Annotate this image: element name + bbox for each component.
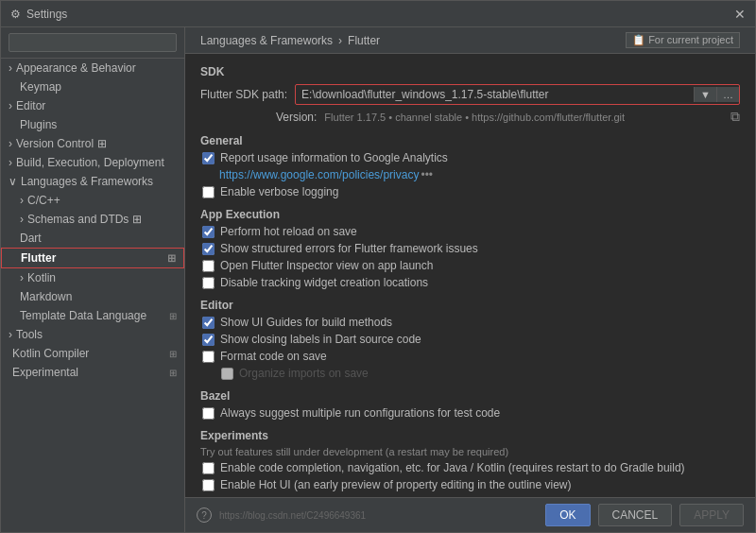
copy-icon[interactable]: ⧉	[730, 109, 740, 125]
sidebar-label: C/C++	[27, 194, 60, 207]
verbose-logging-checkbox[interactable]	[202, 186, 215, 198]
main-content: › Appearance & Behavior Keymap › Editor …	[1, 27, 755, 532]
code-completion-row: Enable code completion, navigation, etc.…	[200, 461, 740, 474]
sdk-path-wrapper: ▼ …	[295, 84, 740, 105]
main-panel: Languages & Frameworks › Flutter 📋 For c…	[185, 27, 755, 532]
add-icon: ⊞	[169, 311, 177, 321]
privacy-link[interactable]: https://www.google.com/policies/privacy	[219, 168, 419, 181]
sidebar-label: Template Data Language	[20, 309, 146, 322]
suggest-run-row: Always suggest multiple run configuratio…	[200, 406, 740, 420]
sidebar-label: Languages & Frameworks	[21, 175, 153, 188]
disable-tracking-checkbox[interactable]	[202, 277, 215, 289]
arrow-icon: ›	[20, 213, 24, 226]
sidebar-item-dart[interactable]: Dart	[1, 229, 184, 248]
sidebar-item-experimental[interactable]: Experimental ⊞	[1, 363, 184, 382]
sidebar-item-schemas[interactable]: › Schemas and DTDs ⊞	[1, 210, 184, 229]
cancel-button[interactable]: CANCEL	[598, 504, 673, 526]
editor-section-title: Editor	[200, 299, 740, 312]
disable-tracking-row: Disable tracking widget creation locatio…	[200, 276, 740, 289]
arrow-icon: ›	[9, 99, 12, 112]
version-row: Version: Flutter 1.17.5 • channel stable…	[200, 109, 740, 125]
sidebar-item-markdown[interactable]: Markdown	[1, 287, 184, 306]
sidebar-label: Schemas and DTDs	[27, 213, 129, 226]
project-tag-text: 📋 For current project	[632, 34, 733, 45]
sidebar-label: Flutter	[21, 251, 56, 265]
format-save-checkbox[interactable]	[202, 351, 215, 363]
closing-labels-label: Show closing labels in Dart source code	[220, 333, 421, 346]
experiments-section-title: Experiments	[200, 429, 740, 442]
report-usage-checkbox[interactable]	[202, 152, 215, 164]
experiments-description: Try out features still under development…	[200, 446, 740, 457]
add-icon: ⊞	[97, 137, 107, 150]
search-box	[1, 27, 184, 59]
title-bar-left: ⚙ Settings	[10, 8, 67, 21]
window-title: Settings	[26, 8, 67, 21]
sidebar-item-kotlin-compiler[interactable]: Kotlin Compiler ⊞	[1, 344, 184, 363]
close-button[interactable]: ✕	[734, 7, 746, 22]
suggest-run-checkbox[interactable]	[202, 407, 215, 420]
sidebar-label: Version Control	[16, 137, 94, 150]
hot-reload-label: Perform hot reload on save	[220, 225, 357, 238]
flutter-inspector-checkbox[interactable]	[202, 260, 215, 272]
ok-button[interactable]: OK	[545, 504, 590, 526]
sidebar-item-template[interactable]: Template Data Language ⊞	[1, 306, 184, 325]
project-tag: 📋 For current project	[626, 32, 740, 48]
sdk-dropdown-button[interactable]: ▼	[694, 87, 716, 102]
sidebar-item-cpp[interactable]: › C/C++	[1, 191, 184, 210]
structured-errors-row: Show structured errors for Flutter frame…	[200, 242, 740, 255]
add-icon: ⊞	[169, 368, 177, 378]
report-usage-row: Report usage information to Google Analy…	[200, 151, 740, 164]
sidebar-item-keymap[interactable]: Keymap	[1, 77, 184, 96]
search-input[interactable]	[9, 33, 177, 52]
format-save-label: Format code on save	[220, 350, 327, 363]
sidebar-item-editor[interactable]: › Editor	[1, 96, 184, 115]
add-icon: ⊞	[132, 213, 142, 226]
hot-ui-checkbox[interactable]	[202, 479, 215, 491]
sidebar-label: Tools	[16, 328, 43, 341]
sidebar-item-version-control[interactable]: › Version Control ⊞	[1, 134, 184, 153]
show-guides-label: Show UI Guides for build methods	[220, 316, 392, 329]
verbose-logging-label: Enable verbose logging	[220, 185, 338, 198]
sidebar-label: Experimental	[12, 366, 78, 379]
breadcrumb-current: Flutter	[348, 34, 380, 47]
organize-imports-label: Organize imports on save	[239, 367, 369, 380]
code-completion-checkbox[interactable]	[202, 462, 215, 474]
sidebar-item-tools[interactable]: › Tools	[1, 325, 184, 344]
sidebar-label: Editor	[16, 99, 45, 112]
sidebar-item-kotlin-sub[interactable]: › Kotlin	[1, 268, 184, 287]
sdk-browse-button[interactable]: …	[716, 87, 739, 102]
hot-reload-checkbox[interactable]	[202, 226, 215, 238]
structured-errors-checkbox[interactable]	[202, 243, 215, 255]
hot-ui-row: Enable Hot UI (an early preview of prope…	[200, 478, 740, 491]
arrow-icon: ›	[20, 271, 24, 284]
arrow-icon: ∨	[9, 175, 17, 188]
sdk-path-row: Flutter SDK path: ▼ …	[200, 84, 740, 105]
sidebar-label: Kotlin Compiler	[12, 347, 89, 360]
code-completion-label: Enable code completion, navigation, etc.…	[220, 461, 685, 474]
sidebar-item-plugins[interactable]: Plugins	[1, 115, 184, 134]
structured-errors-label: Show structured errors for Flutter frame…	[220, 242, 478, 255]
sdk-path-input[interactable]	[296, 85, 694, 104]
help-button[interactable]: ?	[197, 507, 212, 523]
bottom-url: https://blog.csdn.net/C2496649361	[219, 510, 366, 521]
sidebar-item-languages[interactable]: ∨ Languages & Frameworks	[1, 172, 184, 191]
sidebar-item-appearance[interactable]: › Appearance & Behavior	[1, 59, 184, 77]
sdk-section-title: SDK	[200, 65, 740, 78]
add-icon: ⊞	[167, 252, 176, 265]
title-bar: ⚙ Settings ✕	[1, 1, 755, 27]
hot-reload-row: Perform hot reload on save	[200, 225, 740, 238]
sidebar-label: Keymap	[20, 80, 61, 94]
link-dots: •••	[421, 168, 433, 181]
closing-labels-checkbox[interactable]	[202, 334, 215, 346]
show-guides-checkbox[interactable]	[202, 317, 215, 329]
sidebar-item-flutter[interactable]: Flutter ⊞	[1, 248, 184, 268]
sidebar-item-build[interactable]: › Build, Execution, Deployment	[1, 153, 184, 172]
verbose-logging-row: Enable verbose logging	[200, 185, 740, 198]
bazel-section-title: Bazel	[200, 389, 740, 403]
version-value: Flutter 1.17.5 • channel stable • https:…	[324, 112, 727, 123]
arrow-icon: ›	[20, 194, 24, 207]
arrow-icon: ›	[9, 137, 12, 150]
apply-button[interactable]: APPLY	[679, 504, 744, 526]
arrow-icon: ›	[9, 61, 12, 75]
organize-imports-checkbox[interactable]	[221, 368, 233, 380]
